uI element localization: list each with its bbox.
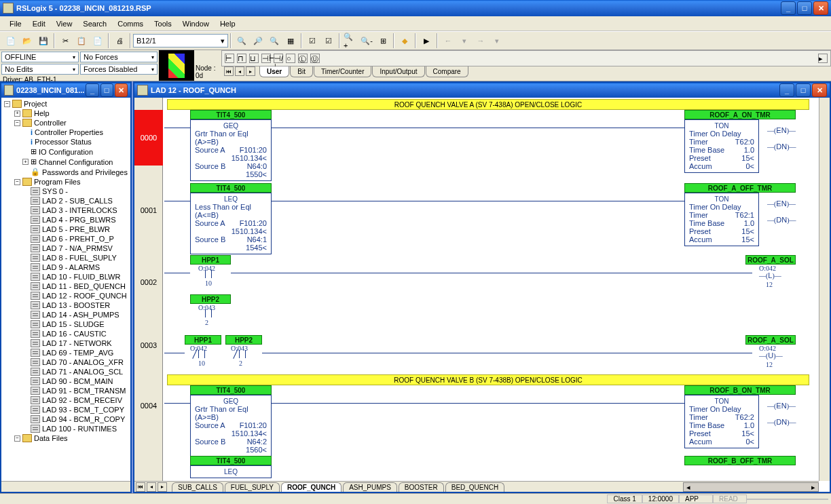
- instr-tab-first-icon[interactable]: ⏮: [224, 66, 234, 76]
- instr-tab-next-icon[interactable]: ▸: [246, 66, 255, 76]
- back-icon[interactable]: ←: [441, 33, 456, 48]
- menu-help[interactable]: Help: [215, 18, 241, 29]
- instr-tab-user[interactable]: User: [259, 66, 289, 77]
- node-label: Node : 0d: [194, 50, 221, 81]
- instr-tab-io[interactable]: Input/Output: [372, 66, 424, 77]
- instr-branch-icon[interactable]: ⊓: [237, 54, 246, 63]
- menu-edit[interactable]: Edit: [27, 18, 51, 29]
- minimize-button[interactable]: _: [781, 1, 796, 15]
- instr-tab-compare[interactable]: Compare: [426, 66, 468, 77]
- zoom-fit-icon[interactable]: ⊞: [375, 33, 390, 48]
- instr-rung-icon[interactable]: ⊢: [225, 54, 234, 63]
- menubar: File Edit View Search Comms Tools Window…: [0, 16, 831, 31]
- zoom-in-icon[interactable]: 🔍+: [343, 33, 358, 48]
- menu-tools[interactable]: Tools: [149, 18, 177, 29]
- chevron-down-icon: ▾: [221, 37, 225, 45]
- app-titlebar: RSLogix 5 - 02238_INCIN_081219.RSP _ □ ✕: [0, 0, 831, 16]
- cut-icon[interactable]: ✂: [58, 33, 73, 48]
- fwd-icon[interactable]: →: [473, 33, 488, 48]
- goto-icon[interactable]: ▦: [283, 33, 298, 48]
- open-icon[interactable]: 📂: [20, 33, 35, 48]
- instr-scroll-icon[interactable]: ▸: [818, 54, 828, 63]
- save-icon[interactable]: 💾: [36, 33, 51, 48]
- paste-icon[interactable]: 📄: [90, 33, 105, 48]
- offline-status[interactable]: OFFLINE▾: [1, 52, 79, 62]
- instruction-tabbar: ⏮ ◂ ▸ User Bit Timer/Counter Input/Outpu…: [221, 66, 831, 80]
- instr-xio-icon[interactable]: ⊣/⊢: [274, 54, 283, 63]
- window-icon[interactable]: ◆: [397, 33, 412, 48]
- online-status-icon: [159, 50, 194, 81]
- app-title: RSLogix 5 - 02238_INCIN_081219.RSP: [16, 4, 779, 12]
- verify-project-icon[interactable]: ☑: [321, 33, 336, 48]
- instr-tab-bit[interactable]: Bit: [290, 66, 313, 77]
- forces-status[interactable]: No Forces▾: [80, 52, 158, 62]
- find-prev-icon[interactable]: 🔍: [267, 33, 282, 48]
- forces-disabled-status[interactable]: Forces Disabled▾: [80, 64, 158, 75]
- menu-view[interactable]: View: [51, 18, 78, 29]
- instr-tab-timer[interactable]: Timer/Counter: [314, 66, 372, 77]
- instruction-toolbar: ⊢ ⊓ ⊔ ⊣⊢ ⊣/⊢ ○ Ⓛ Ⓤ ▸: [221, 50, 831, 66]
- verify-file-icon[interactable]: ☑: [305, 33, 320, 48]
- instr-otu-icon[interactable]: Ⓤ: [310, 54, 320, 63]
- driver-label: Driver: AB_ETH-1: [1, 76, 158, 81]
- menu-window[interactable]: Window: [177, 18, 215, 29]
- instr-tab-prev-icon[interactable]: ◂: [235, 66, 244, 76]
- instr-xic-icon[interactable]: ⊣⊢: [261, 54, 271, 63]
- address-combo-value: B12/1: [136, 37, 156, 45]
- zoom-out-icon[interactable]: 🔍-: [359, 33, 374, 48]
- instr-ote-icon[interactable]: ○: [286, 54, 295, 63]
- edits-status[interactable]: No Edits▾: [1, 64, 79, 75]
- main-toolbar: 📄 📂 💾 ✂ 📋 📄 🖨 B12/1 ▾ 🔍 🔎 🔍 ▦ ☑ ☑ 🔍+ 🔍- …: [0, 31, 831, 50]
- print-icon[interactable]: 🖨: [112, 33, 127, 48]
- new-icon[interactable]: 📄: [3, 33, 18, 48]
- address-combo[interactable]: B12/1 ▾: [133, 34, 228, 47]
- menu-search[interactable]: Search: [77, 18, 112, 29]
- maximize-button[interactable]: □: [797, 1, 812, 15]
- instr-branch2-icon[interactable]: ⊔: [249, 54, 259, 63]
- find-next-icon[interactable]: 🔎: [251, 33, 265, 48]
- copy-icon[interactable]: 📋: [74, 33, 89, 48]
- instr-otl-icon[interactable]: Ⓛ: [298, 54, 308, 63]
- find-icon[interactable]: 🔍: [234, 33, 249, 48]
- menu-comms[interactable]: Comms: [112, 18, 149, 29]
- fwd-dd-icon[interactable]: ▾: [490, 33, 504, 48]
- back-dd-icon[interactable]: ▾: [457, 33, 472, 48]
- status-area: OFFLINE▾ No Forces▾ No Edits▾ Forces Dis…: [0, 50, 831, 81]
- close-button[interactable]: ✕: [813, 1, 828, 15]
- app-icon: [3, 3, 14, 14]
- play-icon[interactable]: ▶: [419, 33, 434, 48]
- menu-file[interactable]: File: [4, 18, 27, 29]
